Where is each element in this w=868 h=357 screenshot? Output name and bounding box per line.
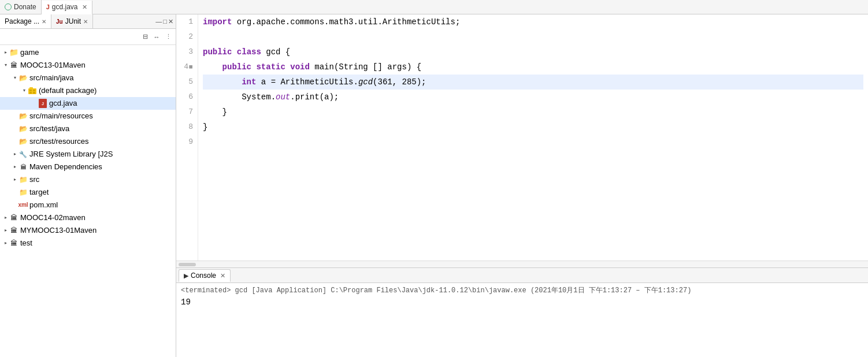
src-main-java-label: src/main/java [29,72,74,84]
pom-icon: xml [18,200,28,210]
mooc13-arrow[interactable] [2,62,9,69]
tab-gcd-java[interactable]: J gcd.java ✕ [42,1,92,14]
stj-icon: 📂 [18,124,28,133]
maven-deps-icon: 🏛 [18,162,28,172]
test-arrow[interactable] [2,240,9,247]
link-editor-btn[interactable]: ↔ [151,32,162,42]
console-icon: ▶ [184,272,188,280]
line-num-3: 3 [181,44,193,60]
main-area: Package ... ✕ Ju JUnit ✕ — □ ✕ ⊟ ↔ ⋮ [0,14,868,357]
console-close-btn[interactable]: ✕ [220,272,225,280]
src-arrow[interactable] [12,176,18,183]
src-test-java-label: src/test/java [29,123,69,135]
svg-rect-5 [33,92,35,94]
code-line-8: } [203,120,863,135]
console-tab-label: Console [191,272,216,280]
src-icon: 📁 [18,175,28,184]
sidebar-toolbar: ⊟ ↔ ⋮ [0,29,176,45]
code-line-3: public class gcd { [203,44,863,60]
svg-rect-2 [29,90,32,91]
svg-rect-1 [29,87,33,89]
view-menu-btn[interactable]: ⋮ [163,32,173,42]
globe-icon [5,3,12,10]
game-label: game [20,47,39,58]
tree-item-test[interactable]: 🏛 test [0,237,176,250]
tree-item-maven-deps[interactable]: 🏛 Maven Dependencies [0,161,176,173]
tab-donate[interactable]: Donate [0,0,42,14]
pom-label: pom.xml [29,199,58,211]
console-tab[interactable]: ▶ Console ✕ [179,269,231,282]
src-test-res-label: src/test/resources [29,136,89,147]
code-line-6: System.out.print(a); [203,90,863,105]
tree-item-game[interactable]: 📁 game [0,46,176,59]
maven-deps-label: Maven Dependencies [29,161,102,173]
src-main-res-label: src/main/resources [29,110,93,122]
code-editor[interactable]: 1 2 3 4◾ 5 6 7 8 9 import org.apache.com… [176,14,868,261]
close-sidebar-btn[interactable]: ✕ [168,18,173,25]
jre-icon: 🔧 [18,150,28,159]
line-num-7: 7 [181,105,193,120]
maximize-sidebar-btn[interactable]: □ [163,18,167,25]
line-num-5: 5 [181,75,193,90]
sidebar-tree: 📁 game 🏛 MOOC13-01Maven 📂 src/main/java [0,45,176,357]
code-line-1: import org.apache.commons.math3.util.Ari… [203,14,863,29]
tree-item-src-main-java[interactable]: 📂 src/main/java [0,72,176,84]
jre-arrow[interactable] [12,151,18,158]
line-num-8: 8 [181,120,193,135]
minimize-sidebar-btn[interactable]: — [155,18,162,25]
tree-item-target[interactable]: 📁 target [0,186,176,199]
panel-tab-bar: ▶ Console ✕ [176,268,868,283]
mymooc13-arrow[interactable] [2,227,9,234]
tab-close-gcd[interactable]: ✕ [82,3,87,11]
code-line-7: } [203,105,863,120]
mooc14-arrow[interactable] [2,214,9,221]
jre-label: JRE System Library [J2S [29,148,113,160]
game-arrow[interactable] [2,49,9,56]
tree-item-gcd-java[interactable]: J gcd.java [0,97,176,110]
line-num-9: 9 [181,135,193,150]
mooc14-label: MOOC14-02maven [20,212,86,224]
game-icon: 📁 [9,48,18,57]
hscroll-thumb [179,263,196,266]
smr-icon: 📂 [18,111,28,121]
tree-item-src-test-java[interactable]: 📂 src/test/java [0,122,176,135]
console-output-area: <terminated> gcd [Java Application] C:\P… [176,283,868,357]
mymooc13-label: MYMOOC13-01Maven [20,225,97,236]
package-explorer-close[interactable]: ✕ [42,18,46,25]
tree-item-default-pkg[interactable]: (default package) [0,84,176,97]
src-label: src [29,174,39,185]
junit-close[interactable]: ✕ [83,18,88,25]
default-pkg-label: (default package) [39,85,97,96]
tree-item-pom[interactable]: xml pom.xml [0,199,176,211]
java-tab-icon: J [46,3,50,10]
mooc13-label: MOOC13-01Maven [20,60,86,71]
test-icon: 🏛 [9,239,18,248]
code-line-9 [203,135,863,150]
tree-item-mymooc13[interactable]: 🏛 MYMOOC13-01Maven [0,224,176,237]
tree-item-mooc13[interactable]: 🏛 MOOC13-01Maven [0,59,176,72]
collapse-all-btn[interactable]: ⊟ [140,32,150,42]
package-explorer-tab-label: Package ... [5,17,39,25]
target-icon: 📁 [18,188,28,197]
test-label: test [20,237,32,249]
tree-item-src-main-res[interactable]: 📂 src/main/resources [0,110,176,122]
console-output-value: 19 [181,298,863,307]
sidebar-tab-junit[interactable]: Ju JUnit ✕ [51,14,93,28]
default-pkg-arrow[interactable] [21,87,28,94]
tree-item-mooc14[interactable]: 🏛 MOOC14-02maven [0,211,176,224]
tree-item-src[interactable]: 📁 src [0,173,176,186]
default-pkg-icon [28,86,37,95]
src-main-java-arrow[interactable] [12,75,18,81]
bottom-panel: ▶ Console ✕ <terminated> gcd [Java Appli… [176,267,868,357]
code-content: import org.apache.commons.math3.util.Ari… [198,14,868,261]
sidebar-tab-package-explorer[interactable]: Package ... ✕ [0,14,51,28]
horizontal-scrollbar[interactable] [176,261,868,267]
tree-item-src-test-res[interactable]: 📂 src/test/resources [0,135,176,148]
tree-item-jre[interactable]: 🔧 JRE System Library [J2S [0,148,176,161]
line-num-2: 2 [181,29,193,44]
mymooc13-icon: 🏛 [9,226,18,235]
svg-text:J: J [42,102,44,106]
maven-deps-arrow[interactable] [12,163,18,170]
tab-donate-label: Donate [14,3,36,11]
target-label: target [29,187,49,198]
